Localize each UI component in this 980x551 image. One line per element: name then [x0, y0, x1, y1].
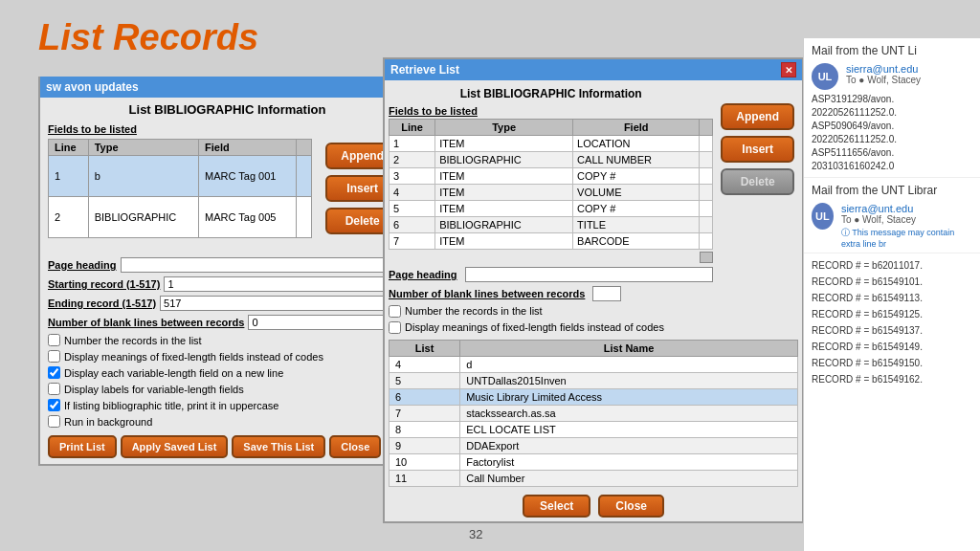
- retrieve-scroll-indicator: [700, 252, 713, 263]
- page-heading-input[interactable]: [121, 257, 407, 273]
- table-row[interactable]: 6BIBLIOGRAPHICTITLE: [390, 217, 713, 233]
- cell-line: 1: [49, 156, 89, 197]
- rcol-type: Type: [435, 120, 573, 136]
- checkbox-row-5: If listing bibliographic title, print it…: [40, 397, 414, 413]
- email-content-2: sierra@unt.edu To ● Wolf, Stacey ⓘ This …: [841, 203, 972, 249]
- email-item-2[interactable]: UL sierra@unt.edu To ● Wolf, Stacey ⓘ Th…: [804, 199, 980, 253]
- select-button[interactable]: Select: [523, 495, 590, 518]
- list-item[interactable]: 4d: [390, 357, 798, 373]
- cell-line: 2: [49, 197, 89, 238]
- blank-lines-label: Number of blank lines between records: [48, 317, 244, 328]
- retrieve-delete-button[interactable]: Delete: [721, 168, 794, 195]
- avatar-2: UL: [812, 203, 834, 230]
- table-row[interactable]: 4ITEMVOLUME: [390, 185, 713, 201]
- ending-record-row: Ending record (1-517): [40, 294, 414, 313]
- cb3-input[interactable]: [48, 366, 60, 379]
- record-item: RECORD # = b61549125.: [812, 306, 972, 322]
- record-item: RECORD # = b61549150.: [812, 355, 972, 371]
- retrieve-right-panel: Append Insert Delete: [717, 84, 798, 336]
- retrieve-append-button[interactable]: Append: [721, 103, 794, 130]
- cb6-input[interactable]: [48, 415, 60, 428]
- table-row[interactable]: 1 b MARC Tag 001: [49, 156, 312, 197]
- list-table-container: List List Name 4d 5UNTDallas2015Inven 6M…: [385, 340, 802, 491]
- cb1-label: Number the records in the list: [64, 335, 202, 346]
- ending-record-label: Ending record (1-517): [48, 298, 156, 309]
- save-this-list-button[interactable]: Save This List: [232, 435, 325, 458]
- main-close-button[interactable]: Close: [329, 435, 381, 458]
- print-list-button[interactable]: Print List: [48, 435, 117, 458]
- retrieve-inner: List BIBLIOGRAPHIC Information Fields to…: [385, 80, 802, 340]
- retrieve-blank-lines-label: Number of blank lines between records: [389, 288, 585, 299]
- record-item: RECORD # = b61549149.: [812, 339, 972, 355]
- retrieve-page-heading-label: Page heading: [389, 269, 457, 280]
- table-row[interactable]: 2BIBLIOGRAPHICCALL NUMBER: [390, 152, 713, 168]
- bottom-buttons: Print List Apply Saved List Save This Li…: [40, 430, 414, 464]
- cb2-input[interactable]: [48, 350, 60, 363]
- col-type: Type: [88, 140, 198, 156]
- cb4-label: Display labels for variable-length field…: [64, 384, 244, 395]
- list-item[interactable]: 11Call Number: [390, 471, 798, 487]
- col-field: Field: [199, 140, 297, 156]
- list-item[interactable]: 10Factorylist: [390, 454, 798, 471]
- retrieve-cb1-row: Number the records in the list: [389, 303, 713, 320]
- ending-record-input[interactable]: [160, 296, 407, 311]
- list-item[interactable]: 5UNTDallas2015Inven: [390, 373, 798, 389]
- retrieve-fields-table: Line Type Field 1ITEMLOCATION 2BIBLIOGRA…: [389, 119, 713, 250]
- retrieve-page-heading-input[interactable]: [465, 267, 714, 282]
- cb5-input[interactable]: [48, 399, 60, 411]
- table-row[interactable]: 7ITEMBARCODE: [390, 233, 713, 250]
- retrieve-blank-lines-input[interactable]: [592, 286, 621, 301]
- apply-saved-list-button[interactable]: Apply Saved List: [121, 435, 229, 458]
- page-number: 32: [469, 527, 482, 541]
- cell-type: BIBLIOGRAPHIC: [88, 197, 198, 238]
- table-row[interactable]: 1ITEMLOCATION: [390, 136, 713, 152]
- starting-record-input[interactable]: [164, 276, 407, 292]
- list-item[interactable]: 7stackssearch.as.sa: [390, 406, 798, 422]
- email-item-1[interactable]: UL sierra@unt.edu To ● Wolf, Stacey ASP3…: [804, 59, 980, 178]
- email-body-1: ASP3191298/avon. 20220526111252.0. ASP50…: [812, 93, 972, 173]
- rcb1-input[interactable]: [389, 305, 401, 318]
- cb1-input[interactable]: [48, 334, 60, 346]
- checkbox-row-4: Display labels for variable-length field…: [40, 381, 414, 397]
- cell-field: MARC Tag 005: [199, 197, 297, 238]
- checkbox-row-1: Number the records in the list: [40, 332, 414, 348]
- lcol-name: List Name: [460, 341, 798, 357]
- cb6-label: Run in background: [64, 416, 152, 428]
- page-heading-label: Page heading: [48, 259, 117, 271]
- table-row[interactable]: 5ITEMCOPY #: [390, 201, 713, 217]
- page-heading-row: Page heading: [40, 255, 414, 275]
- retrieve-cb2-row: Display meanings of fixed-length fields …: [389, 320, 713, 336]
- email-from-2: sierra@unt.edu: [841, 203, 972, 214]
- retrieve-bib-header: List BIBLIOGRAPHIC Information: [389, 84, 713, 103]
- table-row[interactable]: 2 BIBLIOGRAPHIC MARC Tag 005: [49, 197, 312, 238]
- retrieve-dialog-titlebar: Retrieve List ✕: [385, 59, 802, 80]
- retrieve-bottom-buttons: Select Close: [385, 491, 802, 521]
- retrieve-dialog-title: Retrieve List: [390, 63, 459, 77]
- rcb1-label: Number the records in the list: [405, 305, 543, 317]
- blank-lines-row: Number of blank lines between records: [40, 313, 414, 332]
- cell-scroll: [297, 156, 312, 197]
- record-item: RECORD # = b61549101.: [812, 274, 972, 290]
- list-item[interactable]: 6Music Library Limited Access: [390, 389, 798, 406]
- col-line: Line: [49, 140, 89, 156]
- lcol-list: List: [390, 341, 460, 357]
- rcol-line: Line: [390, 120, 435, 136]
- cb2-label: Display meanings of fixed-length fields …: [64, 351, 323, 363]
- cell-field: MARC Tag 001: [199, 156, 297, 197]
- email-content-1: sierra@unt.edu To ● Wolf, Stacey: [846, 63, 921, 85]
- main-dialog: sw avon updates ✕ List BIBLIOGRAPHIC Inf…: [38, 77, 416, 466]
- list-item[interactable]: 9DDAExport: [390, 438, 798, 454]
- main-dialog-titlebar: sw avon updates ✕: [40, 77, 414, 98]
- table-row[interactable]: 3ITEMCOPY #: [390, 168, 713, 185]
- retrieve-close-x-button[interactable]: ✕: [781, 62, 796, 77]
- retrieve-insert-button[interactable]: Insert: [721, 136, 794, 163]
- retrieve-close-button[interactable]: Close: [598, 495, 664, 518]
- rcb2-input[interactable]: [389, 321, 401, 334]
- rcb2-label: Display meanings of fixed-length fields …: [405, 321, 664, 333]
- cb4-input[interactable]: [48, 383, 60, 395]
- list-item[interactable]: 8ECL LOCATE LIST: [390, 422, 798, 438]
- email-panel: Mail from the UNT Li UL sierra@unt.edu T…: [803, 38, 980, 551]
- email-from-1: sierra@unt.edu: [846, 63, 921, 75]
- record-item: RECORD # = b61549137.: [812, 322, 972, 339]
- record-item: RECORD # = b62011017.: [812, 257, 972, 274]
